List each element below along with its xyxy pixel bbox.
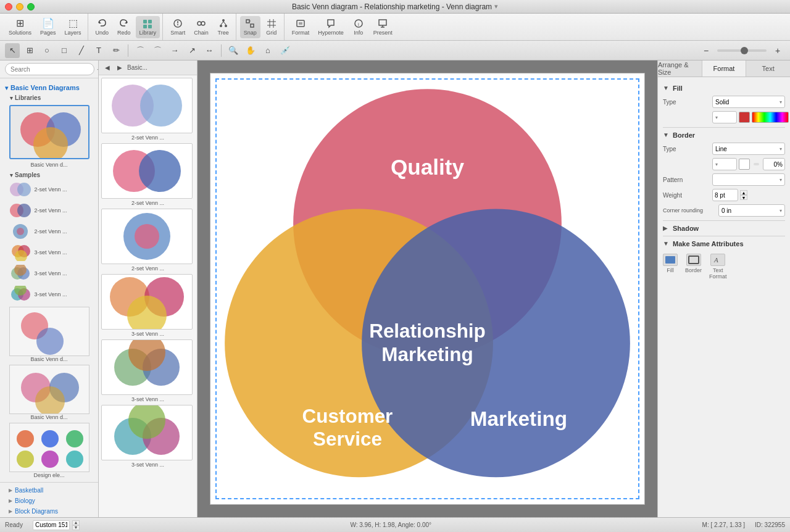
zoom-input[interactable] (33, 520, 70, 530)
dropdown-arrow-icon[interactable]: ▾ (494, 2, 498, 10)
sidebar-item-basketball[interactable]: ▶ Basketball (0, 485, 98, 496)
diagram-canvas[interactable]: Quality Customer Service Marketing Relat… (210, 73, 645, 505)
undo-label: Undo (96, 30, 109, 36)
lib-thumb-3[interactable] (9, 365, 89, 414)
table-tool[interactable]: ⊞ (22, 43, 37, 58)
line-tool[interactable]: ╱ (74, 43, 89, 58)
border-type-value: Line (715, 146, 727, 152)
info-button[interactable]: i Info (349, 16, 368, 38)
make-same-toggle[interactable]: ▼ (663, 240, 670, 247)
search-input[interactable] (5, 63, 94, 75)
pen-tool[interactable]: ✏ (109, 43, 123, 58)
thumb-list-item-3[interactable]: 2-set Venn ... (101, 209, 194, 272)
layers-button[interactable]: ⬚ Layers (61, 16, 85, 38)
border-type-select[interactable]: Line ▾ (712, 143, 785, 155)
sample-item-5[interactable]: 3-set Venn ... (6, 264, 93, 283)
thumb-list-item-1[interactable]: 2-set Venn ... (101, 78, 194, 141)
design-elem-thumb[interactable] (9, 423, 89, 472)
oval-tool[interactable]: ○ (40, 43, 54, 58)
fill-color-swatch[interactable] (739, 112, 750, 123)
thumb-nav-forward[interactable]: ▶ (115, 63, 125, 73)
fill-color-gradient[interactable] (752, 112, 789, 123)
lib-thumb-2[interactable] (9, 307, 89, 356)
thumb-list-item-5[interactable]: 3-set Venn ... (101, 339, 194, 402)
customer-service-label: Customer (302, 405, 393, 427)
canvas-area[interactable]: Quality Customer Service Marketing Relat… (198, 60, 657, 517)
border-toggle[interactable]: ▼ (663, 131, 670, 139)
weight-down-button[interactable]: ▼ (740, 195, 747, 200)
thumb-list-item-6[interactable]: 3-set Venn ... (101, 405, 194, 468)
format2-tool[interactable]: ⌂ (260, 43, 275, 58)
library-button[interactable]: Library (136, 16, 160, 38)
sidebar-item-biology[interactable]: ▶ Biology (0, 496, 98, 506)
venn-diagram[interactable]: Quality Customer Service Marketing Relat… (210, 73, 644, 504)
sidebar-item-block-diagrams[interactable]: ▶ Block Diagrams (0, 506, 98, 517)
border-color-swatch[interactable] (739, 159, 750, 170)
zoom-slider[interactable] (717, 49, 767, 52)
corner-input[interactable]: 0 in ▾ (718, 204, 785, 217)
grid-button[interactable]: Grid (262, 16, 281, 38)
conn4-tool[interactable]: ↗ (185, 43, 199, 58)
sample-item-1[interactable]: 2-set Venn ... (6, 180, 93, 199)
border-opacity-slider[interactable] (754, 163, 759, 165)
border-color-dropdown[interactable]: ▾ (712, 158, 737, 170)
basic-venn-section-header[interactable]: Basic Venn Diagrams (0, 82, 98, 93)
fill-toggle[interactable]: ▼ (663, 85, 670, 92)
present-button[interactable]: Present (370, 16, 396, 38)
make-same-fill[interactable]: Fill (663, 254, 678, 280)
zoom-in-tool[interactable]: 🔍 (226, 43, 241, 58)
undo-button[interactable]: Undo (92, 16, 113, 38)
pages-button[interactable]: 📄 Pages (36, 16, 60, 38)
sample-item-3[interactable]: 2-set Venn ... (6, 222, 93, 241)
close-button[interactable] (5, 3, 12, 10)
tree-button[interactable]: Tree (214, 16, 233, 38)
sample-item-6[interactable]: 3-set Venn ... (6, 285, 93, 304)
hypernote-button[interactable]: Hypernote (314, 16, 347, 38)
libraries-subsection-header[interactable]: Libraries (0, 93, 98, 102)
tab-text[interactable]: Text (746, 60, 790, 77)
sample-item-2[interactable]: 2-set Venn ... (6, 201, 93, 220)
tab-format[interactable]: Format (702, 60, 747, 77)
zoom-out-button[interactable]: − (699, 43, 713, 58)
format-button[interactable]: Format (288, 16, 314, 38)
maximize-button[interactable] (27, 3, 35, 10)
sample-item-4[interactable]: 3-set Venn ... (6, 243, 93, 262)
thumb-label-6: 3-set Venn ... (101, 462, 194, 468)
solutions-button[interactable]: ⊞ Solutions (5, 16, 35, 38)
eyedropper-tool[interactable]: 💉 (278, 43, 293, 58)
border-pattern-select[interactable]: ▾ (712, 173, 785, 186)
zoom-in-button[interactable]: + (770, 43, 785, 58)
svg-point-6 (177, 24, 178, 25)
shadow-toggle[interactable]: ▶ (663, 225, 670, 232)
thumb-list-item-2[interactable]: 2-set Venn ... (101, 143, 194, 206)
minimize-button[interactable] (16, 3, 23, 10)
circle-marketing[interactable] (362, 209, 630, 478)
library-thumb-featured[interactable] (9, 105, 89, 159)
sidebar-item-bubble-diagrams[interactable]: ▶ Bubble Diagrams (0, 517, 98, 517)
fill-color-dropdown[interactable]: ▾ (712, 111, 737, 123)
weight-up-button[interactable]: ▲ (740, 190, 747, 195)
conn2-tool[interactable]: ⌒ (150, 43, 165, 58)
text-tool[interactable]: T (91, 43, 106, 58)
redo-button[interactable]: Redo (114, 16, 135, 38)
conn3-tool[interactable]: → (167, 43, 182, 58)
hand-tool[interactable]: ✋ (243, 43, 258, 58)
make-same-text[interactable]: A Text Format (709, 254, 727, 280)
zoom-up[interactable]: ▲ (72, 520, 80, 525)
thumb-nav-back[interactable]: ◀ (102, 63, 112, 73)
thumb-list-item-4[interactable]: 3-set Venn ... (101, 274, 194, 337)
zoom-down[interactable]: ▼ (72, 525, 80, 530)
snap-button[interactable]: Snap (240, 16, 260, 38)
make-same-border[interactable]: Border (685, 254, 702, 280)
rect-tool[interactable]: □ (57, 43, 72, 58)
samples-subsection-header[interactable]: Samples (0, 170, 98, 180)
conn5-tool[interactable]: ↔ (202, 43, 217, 58)
select-tool[interactable]: ↖ (5, 43, 20, 58)
tab-arrange-size[interactable]: Arrange & Size (658, 60, 702, 77)
border-opacity-input[interactable] (763, 158, 785, 170)
conn1-tool[interactable]: ⌒ (133, 43, 148, 58)
chain-button[interactable]: Chain (190, 16, 212, 38)
fill-type-select[interactable]: Solid ▾ (712, 96, 785, 108)
border-weight-input[interactable] (712, 189, 738, 201)
smart-button[interactable]: Smart (167, 16, 189, 38)
